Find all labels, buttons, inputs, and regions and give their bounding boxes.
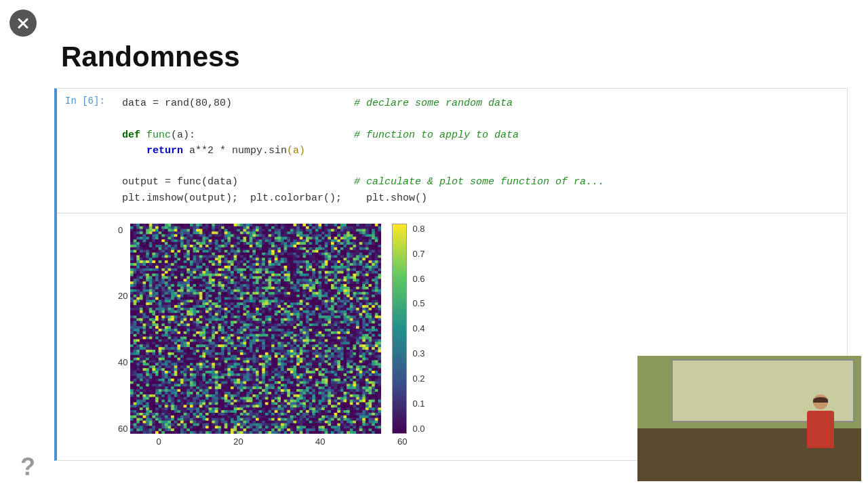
x-label-0: 0 [156, 436, 161, 447]
y-label-20: 20 [118, 291, 127, 301]
video-overlay [637, 356, 861, 481]
colorbar-container: 0.8 0.7 0.6 0.5 0.4 0.3 0.2 0.1 0.0 [392, 224, 407, 434]
close-button[interactable] [9, 9, 37, 37]
cell-prompt: In [6]: [57, 89, 118, 113]
lecturer-hair [813, 397, 828, 403]
y-label-40: 40 [118, 357, 127, 367]
cb-label-03: 0.3 [412, 348, 425, 359]
cb-label-06: 0.6 [412, 274, 425, 284]
cb-label-08: 0.8 [412, 224, 425, 234]
colorbar-canvas [392, 224, 407, 434]
heatmap-canvas [130, 224, 381, 434]
y-label-60: 60 [118, 424, 127, 434]
cb-label-05: 0.5 [412, 298, 425, 308]
code-line-3: def func(a): # function to apply to data [122, 127, 843, 143]
cb-label-02: 0.2 [412, 373, 425, 384]
code-line-7: plt.imshow(output); plt.colorbar(); plt.… [122, 190, 843, 206]
lecturer-body [807, 411, 834, 448]
cell-code[interactable]: data = rand(80,80) # declare some random… [118, 89, 847, 213]
code-line-6: output = func(data) # calculate & plot s… [122, 174, 843, 190]
page-title: Randomness [61, 41, 240, 73]
y-axis-labels: 0 20 40 60 [118, 224, 127, 434]
code-line-5 [122, 159, 843, 174]
x-axis-labels: 0 20 40 60 [156, 436, 407, 447]
plot-axes: 0 20 40 60 0.8 0.7 0.6 [118, 224, 407, 447]
x-label-40: 40 [315, 436, 325, 447]
code-line-2 [122, 111, 843, 127]
lecturer-figure [800, 389, 841, 450]
cell-input: In [6]: data = rand(80,80) # declare som… [57, 89, 847, 214]
code-line-4: return a**2 * numpy.sin(a) [122, 143, 843, 159]
cb-label-04: 0.4 [412, 323, 425, 333]
lecturer-scene [637, 356, 861, 481]
colorbar-labels: 0.8 0.7 0.6 0.5 0.4 0.3 0.2 0.1 0.0 [412, 224, 425, 434]
x-label-60: 60 [397, 436, 407, 447]
cb-label-07: 0.7 [412, 249, 425, 259]
plot-area [130, 224, 381, 434]
question-mark[interactable]: ? [20, 453, 35, 481]
cb-label-00: 0.0 [412, 424, 425, 434]
code-line-1: data = rand(80,80) # declare some random… [122, 96, 843, 111]
x-label-20: 20 [233, 436, 243, 447]
y-label-0: 0 [118, 225, 127, 235]
cb-label-01: 0.1 [412, 399, 425, 409]
